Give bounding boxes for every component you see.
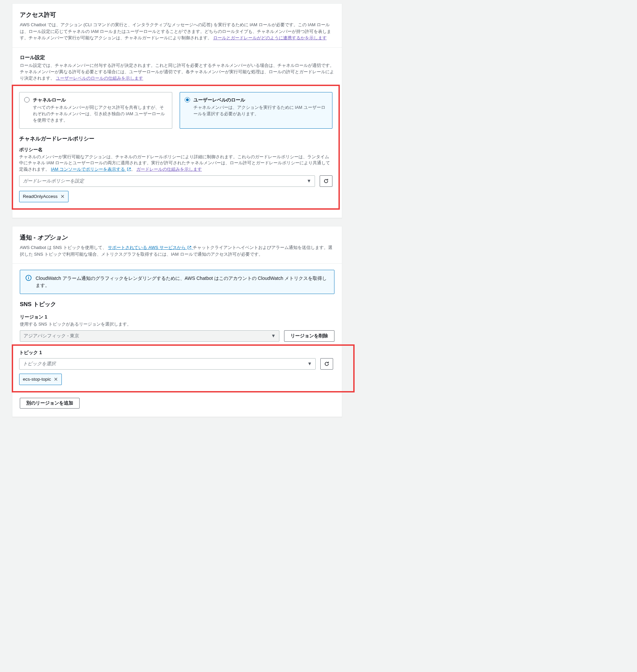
sns-topics-title: SNS トピック [20,300,334,309]
supported-services-text: サポートされている AWS サービスから [108,245,185,250]
caret-down-icon: ▼ [307,177,311,184]
radio-icon [24,97,30,103]
role-settings-desc: ロール設定では、チャネルメンバーに付与する許可が決定されます。これと同じ許可を必… [20,63,334,81]
permissions-title: アクセス許可 [20,11,334,19]
region-select[interactable]: アジアパシフィック - 東京 ▼ [20,330,279,342]
iam-console-link-text: IAM コンソールでポリシーを表示する [51,167,125,172]
role-radio-group: チャネルロール すべてのチャネルメンバーが同じアクセス許可を共有しますが、それぞ… [19,92,332,128]
roles-guardrails-link[interactable]: ロールとガードレールがどのように連携するかを示します [213,35,327,40]
radio-user-desc: チャネルメンバーは、アクションを実行するために IAM ユーザーロールを選択する… [194,105,328,117]
caret-down-icon: ▼ [307,360,312,367]
refresh-topic-button[interactable] [320,358,333,370]
divider [13,263,342,264]
policy-name-desc: チャネルのメンバーが実行可能なアクションは、チャネルのガードレールポリシーにより… [19,154,332,173]
radio-user-title: ユーザーレベルのロール [194,96,328,104]
cloudwatch-info-text: CloudWatch アラーム通知のグラフィックをレンダリングするために、AWS… [36,275,329,289]
supported-services-link[interactable]: サポートされている AWS サービスから [108,245,193,250]
refresh-icon [324,361,329,367]
highlight-permissions: チャネルロール すべてのチャネルメンバーが同じアクセス許可を共有しますが、それぞ… [12,85,340,210]
radio-icon [185,97,190,103]
guardrail-how-link[interactable]: ガードレールの仕組みを示します [136,167,202,172]
caret-down-icon: ▼ [271,332,276,339]
radio-user-level-role[interactable]: ユーザーレベルのロール チャネルメンバーは、アクションを実行するために IAM … [180,92,333,128]
radio-channel-role[interactable]: チャネルロール すべてのチャネルメンバーが同じアクセス許可を共有しますが、それぞ… [19,92,172,128]
svg-rect-1 [28,278,29,280]
region-1-desc: 使用する SNS トピックがあるリージョンを選択します。 [20,321,334,328]
remove-topic-chip[interactable]: ✕ [54,376,58,383]
cloudwatch-info-banner: CloudWatch アラーム通知のグラフィックをレンダリングするために、AWS… [20,270,334,294]
notifications-title-pre: 通知 - [20,234,37,241]
role-settings-title: ロール設定 [20,54,334,61]
permissions-panel: アクセス許可 AWS Chatbot では、アクション (CLI コマンドの実行… [12,3,342,218]
guardrail-policy-select[interactable]: ガードレールポリシーを設定 ▼ [19,175,315,187]
notifications-title-optional: オプション [37,234,68,241]
refresh-icon [323,178,329,184]
refresh-policy-button[interactable] [320,175,332,187]
external-link-icon [187,246,192,250]
policy-chip-label: ReadOnlyAccess [23,193,58,200]
guardrail-title: チャネルガードレールポリシー [19,135,332,143]
delete-region-button[interactable]: リージョンを削除 [284,330,334,342]
topic-placeholder: トピックを選択 [23,360,56,367]
radio-channel-desc: すべてのチャネルメンバーが同じアクセス許可を共有しますが、それぞれのチャネルメン… [33,105,167,123]
remove-policy-chip[interactable]: ✕ [60,193,65,200]
highlight-topic: トピック 1 トピックを選択 ▼ ecs-stop-topic ✕ [12,344,354,393]
topic-1-label: トピック 1 [19,349,333,356]
region-1-label: リージョン 1 [20,314,334,321]
topic-chip-ecs-stop: ecs-stop-topic ✕ [19,374,62,385]
notifications-title: 通知 - オプション [20,233,334,242]
divider [13,47,342,48]
iam-console-link[interactable]: IAM コンソールでポリシーを表示する [51,167,131,172]
topic-select[interactable]: トピックを選択 ▼ [19,358,316,370]
user-level-role-link[interactable]: ユーザーレベルのロールの仕組みを示します [56,76,143,81]
policy-name-label: ポリシー名 [19,146,332,153]
info-icon [25,275,32,289]
notif-desc-pre: AWS Chatbot は SNS トピックを使用して、 [20,245,107,250]
external-link-icon [127,167,131,171]
notifications-desc: AWS Chatbot は SNS トピックを使用して、 サポートされている A… [20,244,334,258]
policy-chip-readonly: ReadOnlyAccess ✕ [19,191,69,202]
region-value: アジアパシフィック - 東京 [23,332,79,339]
notifications-panel: 通知 - オプション AWS Chatbot は SNS トピックを使用して、 … [12,226,342,417]
guardrail-policy-placeholder: ガードレールポリシーを設定 [23,177,84,184]
topic-chip-label: ecs-stop-topic [23,376,51,383]
svg-rect-2 [28,277,29,277]
radio-channel-title: チャネルロール [33,96,167,104]
add-region-button[interactable]: 別のリージョンを追加 [20,398,79,409]
permissions-description: AWS Chatbot では、アクション (CLI コマンドの実行と、インタラク… [20,21,334,41]
